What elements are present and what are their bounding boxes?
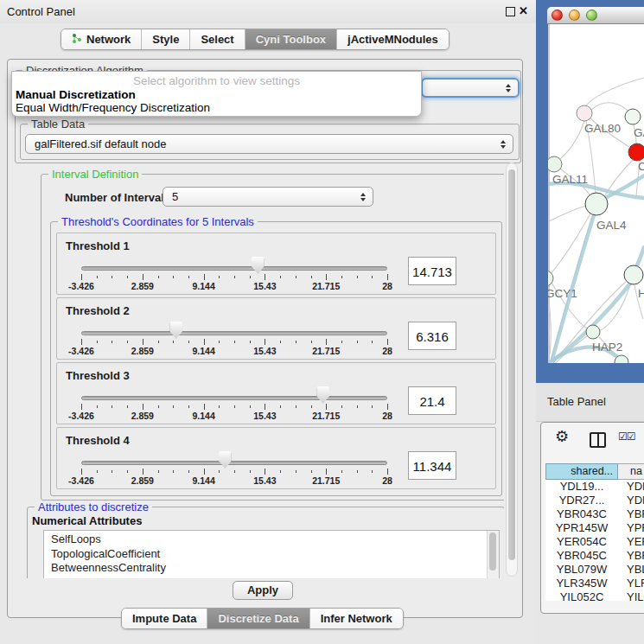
tick-mark — [204, 274, 205, 280]
node-label: H — [638, 287, 644, 300]
tab-cyni-toolbox[interactable]: Cyni Toolbox — [245, 29, 337, 49]
slider-thumb[interactable] — [252, 257, 265, 274]
tab-select[interactable]: Select — [190, 29, 245, 49]
close-traffic-light-icon[interactable] — [552, 10, 563, 21]
table-row[interactable]: YPR145WYPR1 — [545, 521, 644, 535]
tab-jactivemnodules[interactable]: jActiveMNodules — [337, 29, 449, 49]
slider-thumb[interactable] — [219, 451, 232, 469]
tab-discretize-data[interactable]: Discretize Data — [207, 609, 309, 628]
table-row[interactable]: YBR043CYBR0 — [545, 507, 644, 521]
tab-label: Network — [86, 33, 131, 46]
float-window-icon[interactable] — [506, 7, 515, 16]
numerical-attributes-list[interactable]: SelfLoopsTopologicalCoefficientBetweenne… — [43, 530, 500, 578]
tick-mark — [357, 276, 358, 278]
algorithm-option-manual-discretization[interactable]: Manual Discretization — [16, 88, 136, 101]
tick-mark — [158, 276, 159, 278]
slider-track[interactable] — [81, 266, 387, 271]
tick-mark — [158, 405, 159, 408]
network-node[interactable] — [624, 265, 643, 284]
table-rows: YDL19...YDL1YDR27...YDR2YBR043CYBR0YPR14… — [545, 480, 644, 601]
select-columns-icon[interactable]: ☑☑ — [618, 430, 635, 443]
scrollbar-thumb[interactable] — [489, 532, 496, 571]
tick-mark — [219, 276, 220, 278]
apply-button[interactable]: Apply — [233, 581, 293, 600]
network-node[interactable] — [586, 325, 600, 339]
tick-mark — [143, 339, 143, 345]
column-settings-icon[interactable] — [590, 432, 606, 448]
tab-network[interactable]: Network — [61, 29, 142, 49]
zoom-traffic-light-icon[interactable] — [586, 10, 597, 21]
minimize-traffic-light-icon[interactable] — [569, 10, 580, 21]
threshold-value-field[interactable]: 11.344 — [408, 451, 456, 480]
threshold-value-field[interactable]: 21.4 — [408, 386, 456, 415]
threshold-value-field[interactable]: 6.316 — [408, 322, 456, 350]
network-edge[interactable] — [549, 206, 586, 221]
algorithm-combobox[interactable] — [421, 78, 520, 98]
table-data-combobox[interactable]: galFiltered.sif default node — [25, 134, 513, 154]
tab-label: jActiveMNodules — [348, 33, 438, 46]
tick-label: 28 — [382, 346, 392, 356]
slider-track[interactable] — [81, 331, 387, 335]
cell-name: YBL0 — [618, 563, 644, 577]
tab-style[interactable]: Style — [142, 29, 190, 49]
vertical-scrollbar[interactable] — [506, 163, 518, 577]
combo-arrows-icon — [501, 140, 506, 149]
network-canvas[interactable]: GAL80GAGAL11CGAL4GCY1HHAP2 — [548, 24, 644, 363]
tick-mark — [326, 404, 327, 410]
table-row[interactable]: YBR045CYBR0 — [545, 549, 644, 563]
tick-label: 15.43 — [253, 346, 276, 356]
attribute-item-topologicalcoefficient[interactable]: TopologicalCoefficient — [44, 547, 499, 562]
tick-label: 9.144 — [192, 475, 214, 486]
threshold-value-field[interactable]: 14.713 — [408, 257, 456, 285]
column-header-shared-name[interactable]: shared... — [545, 463, 618, 480]
column-header-name[interactable]: na — [618, 463, 644, 480]
tab-label: Infer Network — [321, 612, 392, 625]
attribute-item-betweennesscentrality[interactable]: BetweennessCentrality — [44, 561, 499, 576]
slider-track[interactable] — [81, 461, 387, 465]
tab-infer-network[interactable]: Infer Network — [310, 609, 403, 628]
scrollbar-thumb[interactable] — [508, 169, 515, 560]
tick-mark — [280, 405, 281, 408]
network-edge[interactable] — [560, 121, 584, 159]
threshold-slider-1[interactable]: -3.4262.8599.14415.4321.71528 — [81, 233, 387, 294]
network-node[interactable] — [577, 105, 592, 121]
threshold-slider-3[interactable]: -3.4262.8599.14415.4321.71528 — [81, 363, 387, 424]
network-node[interactable] — [628, 143, 644, 161]
network-node[interactable] — [585, 193, 608, 215]
tick-label: 9.144 — [192, 346, 214, 356]
network-node[interactable] — [625, 109, 641, 124]
tick-label: -3.426 — [68, 475, 94, 486]
table-row[interactable]: YBL079WYBL0 — [545, 563, 644, 577]
slider-thumb[interactable] — [316, 386, 329, 404]
threshold-slider-4[interactable]: -3.4262.8599.14415.4321.71528 — [81, 428, 387, 488]
number-of-intervals-spinner[interactable]: 5 — [163, 187, 373, 207]
close-icon[interactable]: ✕ — [519, 4, 528, 17]
slider-track[interactable] — [81, 396, 387, 400]
network-edge[interactable] — [586, 78, 644, 105]
tab-impute-data[interactable]: Impute Data — [122, 609, 207, 628]
network-window-titlebar[interactable] — [547, 7, 644, 24]
table-row[interactable]: YER054CYER0 — [545, 535, 644, 549]
tick-mark — [127, 405, 128, 408]
attribute-item-selfloops[interactable]: SelfLoops — [44, 531, 499, 547]
control-panel-titlebar: Control Panel ✕ — [0, 0, 536, 23]
gear-icon[interactable]: ⚙ — [555, 429, 569, 444]
algorithm-option-equal-width-frequency-discretization[interactable]: Equal Width/Frequency Discretization — [16, 101, 210, 114]
tick-label: 21.715 — [312, 475, 340, 486]
tick-mark — [97, 405, 98, 408]
network-edge[interactable] — [591, 103, 628, 112]
cell-name: YDL1 — [618, 480, 644, 494]
tick-mark — [127, 470, 128, 473]
table-row[interactable]: YLR345WYLR3 — [545, 577, 644, 590]
tick-mark — [357, 470, 358, 473]
threshold-slider-2[interactable]: -3.4262.8599.14415.4321.71528 — [81, 298, 387, 359]
slider-thumb[interactable] — [169, 322, 182, 339]
tick-mark — [81, 404, 82, 410]
network-edge-highlighted[interactable] — [637, 247, 644, 265]
table-row[interactable]: YDL19...YDL1 — [545, 480, 644, 494]
network-node[interactable] — [548, 156, 562, 172]
attributes-scrollbar[interactable] — [487, 531, 499, 578]
table-row[interactable]: YDR27...YDR2 — [545, 494, 644, 507]
tick-label: -3.426 — [68, 346, 94, 356]
table-row[interactable]: YIL052CYIL0 — [545, 590, 644, 601]
